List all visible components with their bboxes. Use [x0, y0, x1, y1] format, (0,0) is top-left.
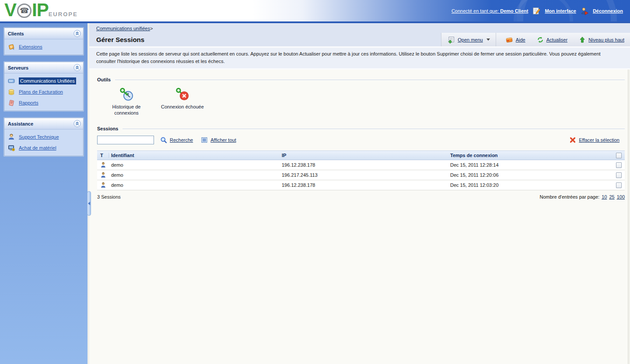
title-row: Gérer Sessions Open menu Aide — [89, 33, 630, 46]
sidebar-item-support-technique[interactable]: Support Technique — [8, 133, 81, 140]
report-icon — [8, 99, 15, 106]
aide-button[interactable]: Aide — [500, 33, 531, 46]
effacer-selection-label[interactable]: Effacer la sélection — [579, 137, 620, 143]
logo-phone-icon: ☎ — [17, 4, 32, 18]
sidebar-collapse-handle[interactable] — [87, 191, 91, 216]
deconnexion-link[interactable]: Déconnexion — [593, 8, 623, 14]
table-row[interactable]: demo 196.217.245.113 Dec 15, 2011 12:20:… — [97, 170, 625, 180]
sidebar-item-label[interactable]: Rapports — [19, 100, 38, 105]
column-header-ip[interactable]: IP — [282, 153, 450, 158]
sidebar-item-communications-unifiees[interactable]: Communications Unifiées — [8, 77, 81, 84]
row-checkbox[interactable] — [616, 162, 622, 168]
actualiser-button[interactable]: Actualiser — [531, 33, 573, 46]
help-book-icon — [505, 36, 513, 44]
open-menu-label[interactable]: Open menu — [458, 37, 483, 42]
sidebar-item-extensions[interactable]: Extensions — [8, 43, 81, 50]
niveau-plus-haut-label[interactable]: Niveau plus haut — [588, 37, 624, 42]
cell-temps: Dec 15, 2011 12:03:20 — [450, 182, 612, 188]
user-icon — [100, 162, 106, 168]
logout-person-icon — [580, 7, 589, 15]
sidebar-item-label[interactable]: Support Technique — [19, 134, 59, 140]
sidebar-item-rapports[interactable]: Rapports — [8, 99, 81, 106]
sidebar-item-label[interactable]: Extensions — [19, 44, 42, 49]
collapse-chevron-icon[interactable] — [74, 64, 81, 71]
top-header: V ☎ IP EUROPE Connecté en tant que: Demo… — [0, 0, 630, 23]
per-page-option-100[interactable]: 100 — [617, 194, 625, 200]
main-content: Communications unifiées> Gérer Sessions … — [89, 23, 630, 364]
afficher-tout-button[interactable]: Afficher tout — [201, 136, 236, 144]
list-icon — [201, 136, 208, 144]
logo-letters-ip: IP — [32, 1, 49, 19]
afficher-tout-label[interactable]: Afficher tout — [210, 137, 236, 143]
sessions-count: 3 Sessions — [97, 194, 121, 200]
cell-ip: 196.12.238.178 — [282, 182, 450, 188]
logo-letter-v: V — [4, 1, 16, 19]
section-title: Assistance — [8, 121, 33, 126]
select-all-checkbox[interactable] — [616, 153, 622, 158]
sessions-table: T Identifiant IP Temps de connexion demo… — [97, 150, 625, 190]
aide-label[interactable]: Aide — [516, 37, 525, 42]
search-icon — [160, 136, 167, 144]
sidebar-item-achat-materiel[interactable]: Achat de matériel — [8, 144, 81, 151]
mon-interface-link[interactable]: Mon interface — [545, 8, 576, 14]
tools-row: Historique de connexions Connexion échou… — [95, 87, 626, 121]
recherche-button[interactable]: Recherche — [160, 136, 193, 144]
recherche-label[interactable]: Recherche — [170, 137, 193, 143]
hardware-monitor-icon — [8, 144, 15, 151]
cell-temps: Dec 15, 2011 12:28:14 — [450, 162, 612, 168]
refresh-icon — [537, 36, 544, 43]
support-person-icon — [8, 133, 15, 140]
table-header-row: T Identifiant IP Temps de connexion — [97, 150, 625, 160]
collapse-left-arrow-icon — [88, 202, 90, 205]
sidebar-item-plans-facturation[interactable]: Plans de Facturation — [8, 88, 81, 95]
table-row[interactable]: demo 196.12.238.178 Dec 15, 2011 12:03:2… — [97, 180, 625, 190]
page-body: Outils Historique de connexions Connexio… — [89, 70, 630, 364]
per-page-option-25[interactable]: 25 — [609, 194, 614, 200]
tool-connexion-echouee[interactable]: Connexion échouée — [161, 87, 204, 110]
open-menu-button[interactable]: Open menu — [441, 33, 496, 46]
sidebar-item-label[interactable]: Communications Unifiées — [19, 77, 76, 84]
outils-section-header: Outils — [97, 77, 626, 82]
per-page-label: Nombre d'entrées par page: — [540, 194, 600, 200]
table-row[interactable]: demo 196.12.238.178 Dec 15, 2011 12:28:1… — [97, 160, 625, 170]
tool-historique-connexions[interactable]: Historique de connexions — [108, 87, 145, 116]
section-body-clients: Extensions — [4, 39, 83, 55]
collapse-chevron-icon[interactable] — [74, 120, 81, 127]
per-page-selector: Nombre d'entrées par page: 10 25 100 — [540, 194, 625, 200]
niveau-plus-haut-button[interactable]: Niveau plus haut — [573, 33, 630, 46]
tool-label: Connexion échouée — [161, 104, 204, 110]
section-body-assistance: Support Technique Achat de matériel — [4, 130, 83, 156]
sidebar-item-label[interactable]: Plans de Facturation — [19, 89, 63, 94]
table-footer: 3 Sessions Nombre d'entrées par page: 10… — [97, 194, 625, 200]
row-checkbox[interactable] — [616, 182, 622, 188]
effacer-selection-button[interactable]: Effacer la sélection — [569, 136, 620, 144]
server-icon — [8, 77, 15, 84]
actualiser-label[interactable]: Actualiser — [546, 37, 567, 42]
column-header-type[interactable]: T — [97, 153, 108, 158]
sidebar-section-assistance: Assistance Support Technique Achat de ma — [4, 118, 84, 156]
sidebar-item-label[interactable]: Achat de matériel — [19, 145, 56, 150]
connected-as-link[interactable]: Connecté en tant que: Demo Client — [452, 8, 528, 14]
section-divider — [115, 80, 625, 80]
per-page-option-10[interactable]: 10 — [602, 194, 607, 200]
failed-login-icon — [175, 87, 190, 102]
section-title: Serveurs — [8, 65, 28, 70]
column-header-identifiant[interactable]: Identifiant — [108, 153, 282, 158]
sidebar-section-serveurs: Serveurs Communications Unifiées Plans d — [4, 62, 84, 111]
breadcrumb-link[interactable]: Communications unifiées — [96, 26, 150, 31]
login-history-icon — [119, 87, 134, 102]
section-divider — [122, 129, 625, 129]
collapse-chevron-icon[interactable] — [74, 30, 81, 37]
header-links: Connecté en tant que: Demo Client Mon in… — [452, 0, 623, 21]
section-title: Clients — [8, 31, 24, 36]
outils-title: Outils — [97, 77, 111, 82]
search-input[interactable] — [97, 136, 154, 144]
sessions-title: Sessions — [97, 126, 118, 131]
sessions-controls: Recherche Afficher tout Effacer la sélec… — [97, 136, 625, 144]
column-header-temps[interactable]: Temps de connexion — [450, 153, 612, 158]
row-checkbox[interactable] — [616, 172, 622, 178]
clear-x-icon — [569, 136, 576, 144]
open-menu-icon — [447, 36, 455, 44]
cell-ip: 196.217.245.113 — [282, 172, 450, 178]
coins-icon — [8, 88, 15, 95]
